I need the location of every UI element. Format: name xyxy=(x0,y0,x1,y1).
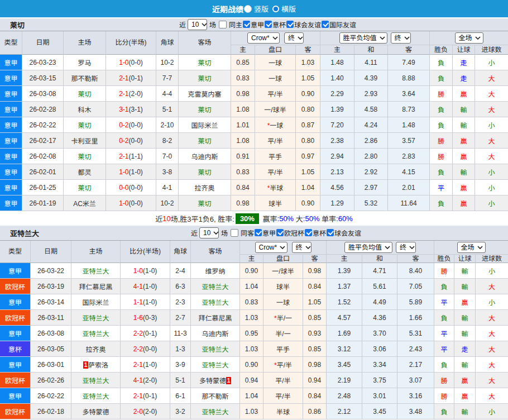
home-team: 多特蒙德 xyxy=(71,404,121,419)
avg-final-select[interactable]: 终 xyxy=(391,32,411,44)
same-venue-checkbox[interactable] xyxy=(231,229,238,237)
avg-final-select[interactable]: 终 xyxy=(396,242,416,253)
result-goals: 小 xyxy=(475,164,508,180)
red-card-badge: 1 xyxy=(226,377,231,384)
avg-odds-select[interactable]: 胜平负均值 xyxy=(344,242,392,253)
match-score: 1-0(1-0) xyxy=(121,263,170,279)
avg-odds-home: 1.39 xyxy=(327,263,362,279)
sub-header-handicap-away: 客 xyxy=(303,255,327,263)
bookmaker-select[interactable]: Crow* xyxy=(247,32,280,44)
handicap-line: 一球 xyxy=(255,55,296,70)
avg-odds-home: 3.12 xyxy=(327,341,362,357)
home-team: 拜仁慕尼黑 xyxy=(71,279,121,294)
same-venue-checkbox[interactable] xyxy=(219,21,227,28)
handicap-text: 半/一 xyxy=(275,330,290,338)
header-select-group: 全场 xyxy=(430,31,508,45)
avg-odds-home: 2.13 xyxy=(320,164,354,180)
avg-odds-home: 1.40 xyxy=(320,70,354,86)
handicap-text: 平/半 xyxy=(275,393,290,400)
avg-odds-draw: 2.80 xyxy=(354,149,388,164)
corners: 11-3 xyxy=(170,326,191,341)
view-option-horizontal[interactable]: 横版 xyxy=(269,3,296,14)
team-toolbar: 莱切 近 10 场 同主 意甲 意杯 球会友谊 国际友谊 xyxy=(0,18,508,31)
avg-odds-draw: 3.75 xyxy=(362,373,397,388)
league-checkbox[interactable] xyxy=(265,21,272,28)
league-checkbox[interactable] xyxy=(305,229,312,236)
halftime-score: (1-1) xyxy=(129,152,143,160)
league-type-cell: 意甲 xyxy=(0,117,22,133)
avg-odds-away: 2.01 xyxy=(388,180,430,195)
match-filters: 近 10 场 同主 意甲 意杯 球会友谊 国际友谊 xyxy=(179,18,356,30)
match-scope-select[interactable]: 全场 xyxy=(457,242,486,253)
handicap-final-select[interactable]: 终 xyxy=(284,32,304,44)
games-count-select[interactable]: 10 xyxy=(188,19,207,30)
halftime-score: (3-1) xyxy=(129,106,143,113)
handicap-odds-home: 1.08 xyxy=(231,133,255,149)
league-label: 意杯 xyxy=(272,20,286,29)
match-scope-select[interactable]: 全场 xyxy=(455,32,483,44)
team-name-text: 亚特兰大 xyxy=(82,393,109,400)
handicap-final-select[interactable]: 终 xyxy=(292,242,311,253)
same-venue-label: 同主 xyxy=(229,20,242,29)
match-row: 意甲 26-02-01 都灵 1-0(1-0) 3-8 莱切 0.83 平/半 … xyxy=(0,164,508,180)
result-handicap: 輸 xyxy=(453,117,475,133)
halftime-score: (1-0) xyxy=(143,361,157,369)
team-name-text: 莱切 xyxy=(198,200,211,208)
handicap-odds-home: 0.85 xyxy=(231,55,255,70)
radio-selected-icon[interactable] xyxy=(244,5,252,13)
avg-group-header: 胜平负均值 终 xyxy=(327,241,434,255)
handicap-odds-away: 0.98 xyxy=(303,357,327,373)
handicap-text: 一球 xyxy=(269,75,282,83)
sub-header-result-handicap: 让球 xyxy=(454,255,476,263)
league-checkbox[interactable] xyxy=(286,21,294,28)
radio-unselected-icon[interactable] xyxy=(272,6,279,12)
chevron-down-icon xyxy=(202,23,207,26)
corners: 2-3 xyxy=(170,294,191,310)
avg-odds-select[interactable]: 胜平负均值 xyxy=(339,32,387,44)
avg-odds-away: 2.43 xyxy=(397,341,434,357)
match-score: 0-2(0-0) xyxy=(106,133,156,149)
handicap-odds-home: 1.04 xyxy=(240,279,263,294)
avg-odds-draw: 3.34 xyxy=(362,357,397,373)
match-date: 26-02-01 xyxy=(22,164,64,180)
result-goals: 小 xyxy=(475,180,508,195)
handicap-odds-home: 0.83 xyxy=(231,164,255,180)
match-row: 意甲 26-01-25 莱切 0-0(0-0) 4-1 拉齐奥 0.84 *半球… xyxy=(0,180,508,195)
handicap-odds-home: 1.03 xyxy=(240,404,263,419)
handicap-line: 一/球半 xyxy=(263,263,303,279)
handicap-text: 平/半 xyxy=(267,137,282,145)
sub-header-result-goals: 进球数 xyxy=(475,45,508,55)
result-wdl: 負 xyxy=(434,310,454,326)
avg-odds-away: 1.66 xyxy=(397,310,434,326)
team-name-text: 多特蒙德 xyxy=(82,408,109,416)
match-score: 2-1(2-0) xyxy=(106,86,156,102)
halftime-score: (2-0) xyxy=(143,376,157,384)
match-date: 26-03-19 xyxy=(31,279,71,294)
bookmaker-select[interactable]: Crow* xyxy=(255,242,287,253)
league-checkbox[interactable] xyxy=(255,229,262,236)
team-name-text: 亚特兰大 xyxy=(202,408,228,416)
result-handicap: 輸 xyxy=(453,102,475,117)
match-date: 26-03-01 xyxy=(31,357,71,373)
league-checkbox[interactable] xyxy=(276,229,284,236)
summary-segment: 场,胜3平1负6, 胜率: xyxy=(171,213,234,224)
league-checkbox[interactable] xyxy=(322,21,329,28)
league-checkbox[interactable] xyxy=(243,21,250,28)
match-score: 2-2(0-1) xyxy=(121,326,170,341)
match-date: 26-03-05 xyxy=(31,341,71,357)
team-name-text: 乌迪内斯 xyxy=(202,330,228,338)
handicap-line: 平手 xyxy=(255,149,296,164)
match-score: 1-6(0-3) xyxy=(121,310,170,326)
league-checkbox[interactable] xyxy=(327,229,334,236)
halftime-score: (2-0) xyxy=(129,90,143,98)
handicap-line: 球半 xyxy=(263,279,303,294)
corners: 4-1 xyxy=(156,180,179,195)
fulltime-score: 1-0 xyxy=(119,168,128,176)
match-row: 意甲 26-01-19 AC米兰 1-0(0-0) 10-2 莱切 0.98 球… xyxy=(0,195,508,211)
team-name-text: 卡利亚里 xyxy=(71,137,98,145)
handicap-line: 一球 xyxy=(255,70,296,86)
handicap-odds-home: 0.83 xyxy=(240,294,263,310)
games-count-select[interactable]: 10 xyxy=(199,227,219,238)
handicap-odds-away: 0.90 xyxy=(296,86,320,102)
view-option-vertical[interactable]: 竖版 xyxy=(243,3,269,14)
